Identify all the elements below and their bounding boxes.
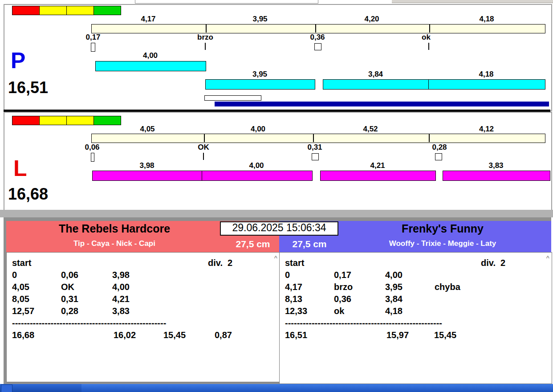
track-divider	[206, 24, 207, 33]
changeover-label: brzo	[187, 33, 223, 41]
start-gate-box[interactable]	[91, 43, 95, 52]
start-light-red	[12, 116, 40, 125]
team-name: Frenky's Funny	[336, 222, 549, 235]
separator-line: ----------------------------------------…	[285, 318, 442, 328]
result-cell: 8,13	[285, 294, 302, 304]
result-cell: 0,36	[334, 294, 351, 304]
summary-cell: 16,02	[114, 330, 136, 340]
result-cell: 0	[285, 270, 290, 280]
dog-run-bar	[320, 171, 436, 181]
start-light-yellow-2	[66, 6, 94, 15]
start-lights	[12, 116, 121, 125]
dog-run-bar	[443, 171, 550, 181]
taskbar	[0, 384, 553, 392]
split-time-label: 4,00	[203, 125, 313, 133]
result-cell: 8,05	[12, 294, 29, 304]
jump-height: 27,5 cm	[285, 239, 334, 249]
dog-names: Wooffy - Trixie - Meggie - Laty	[336, 239, 549, 248]
dog-time-label: 4,18	[428, 70, 544, 78]
dog-run-bar	[428, 79, 545, 90]
lane-total-time: 16,51	[8, 80, 48, 96]
split-time-label: 4,18	[429, 15, 545, 23]
lane-p-panel: 4,17 3,95 4,20 4,18 0,17 brzo 0,36 ok P …	[4, 4, 552, 111]
result-cell: 4,17	[285, 282, 302, 292]
split-time-label: 4,52	[313, 125, 428, 133]
result-cell: 3,83	[112, 306, 130, 316]
summary-cell: 15,97	[386, 330, 409, 340]
result-cell: 4,21	[112, 294, 130, 304]
summary-cell: 16,68	[12, 330, 34, 340]
split-time-label: 4,20	[315, 15, 429, 23]
start-light-yellow-2	[66, 116, 94, 125]
split-track	[91, 24, 545, 33]
lane-total-time: 16,68	[8, 186, 48, 202]
track-divider	[315, 24, 316, 33]
division-label: div. 2	[208, 258, 232, 268]
track-divider	[429, 134, 430, 142]
changeover-label: OK	[186, 143, 221, 151]
result-cell: 12,57	[12, 306, 34, 316]
taskbar-button[interactable]	[1, 384, 12, 392]
division-label: div. 2	[481, 258, 505, 268]
window-tab-remnant	[135, 0, 318, 4]
split-time-label: 3,95	[205, 15, 315, 23]
result-cell: 4,18	[385, 306, 403, 316]
result-cell: 3,95	[385, 282, 403, 292]
dog-names: Tip - Caya - Nick - Capi	[6, 239, 223, 248]
section-gap	[0, 210, 553, 217]
summary-cell: 15,45	[434, 330, 456, 340]
scroll-up-icon[interactable]: ^	[274, 254, 277, 261]
tick-mark	[203, 153, 204, 160]
result-cell: ok	[334, 306, 344, 316]
result-cell: 0,17	[334, 270, 351, 280]
progress-bar	[215, 102, 549, 106]
split-time-label: 4,12	[428, 125, 545, 133]
summary-cell: 15,45	[163, 330, 186, 340]
changeover-label: 0,28	[422, 143, 457, 151]
dog-time-label: 4,21	[320, 161, 435, 170]
dog-time-label: 3,83	[443, 161, 549, 170]
result-cell: OK	[61, 282, 74, 292]
changeover-label: 0,31	[297, 143, 333, 151]
start-label: start	[285, 258, 304, 268]
result-cell: 0,28	[61, 306, 78, 316]
dog-run-bar	[92, 171, 203, 181]
start-light-yellow-1	[39, 116, 67, 125]
fault-checkbox[interactable]	[312, 153, 319, 160]
changeover-label: 0,06	[74, 143, 110, 151]
result-cell: 0	[12, 270, 17, 280]
separator-line: ----------------------------------------…	[12, 318, 166, 328]
result-cell: 3,84	[385, 294, 403, 304]
dog-run-bar	[202, 171, 313, 181]
fault-checkbox[interactable]	[435, 153, 442, 160]
progress-outline-bar	[204, 95, 261, 101]
tick-mark	[205, 43, 206, 50]
jump-height: 27,5 cm	[228, 239, 278, 249]
dog-time-label: 3,98	[92, 161, 202, 170]
lane-l-panel: 4,05 4,00 4,52 4,12 0,06 OK 0,31 0,28 L …	[4, 112, 552, 211]
result-cell: brzo	[334, 282, 353, 292]
scroll-up-icon[interactable]: ^	[546, 254, 549, 261]
result-cell: 12,33	[285, 306, 307, 316]
start-lights	[12, 6, 121, 15]
timing-app-window: 4,17 3,95 4,20 4,18 0,17 brzo 0,36 ok P …	[0, 0, 553, 392]
background-window-edge	[392, 0, 553, 3]
results-panel-left: start div. 2 0 0,06 3,98 4,05 OK 4,00 8,…	[6, 252, 280, 382]
dog-time-label: 3,84	[323, 70, 428, 78]
datetime-display: 29.06.2025 15:06:34	[220, 221, 338, 236]
dog-run-bar	[323, 79, 430, 90]
track-divider	[204, 134, 205, 142]
dog-time-label: 3,95	[205, 70, 314, 78]
split-track	[91, 134, 545, 143]
lane-letter: P	[11, 49, 25, 72]
changeover-label: 0,17	[75, 33, 111, 41]
lane-letter: L	[13, 157, 27, 180]
team-name: The Rebels Hardcore	[6, 222, 223, 235]
result-cell: 4,00	[385, 270, 403, 280]
start-gate-box[interactable]	[91, 153, 94, 162]
dog-time-label: 4,00	[95, 51, 205, 60]
split-time-label: 4,05	[91, 125, 203, 133]
result-cell: 4,05	[12, 282, 29, 292]
fault-checkbox[interactable]	[314, 43, 321, 50]
start-light-red	[12, 6, 40, 15]
